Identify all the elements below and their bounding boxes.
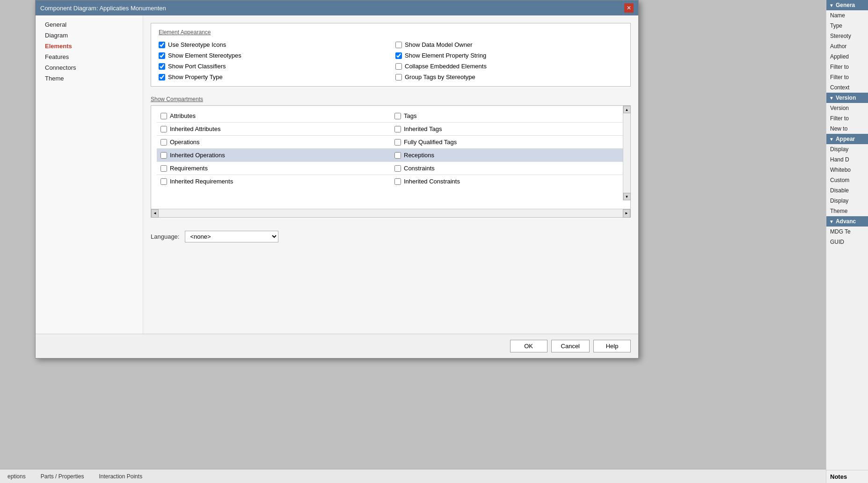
comp-label-receptions: Receptions [404, 152, 434, 159]
arrow-icon-2: ▼ [829, 95, 834, 101]
help-button[interactable]: Help [593, 340, 631, 352]
horizontal-scrollbar[interactable]: ◄ ► [151, 209, 630, 217]
scroll-h-track[interactable] [159, 209, 623, 217]
right-item-handd[interactable]: Hand D [826, 154, 868, 165]
show-compartments-section: Show Compartments Attributes [151, 96, 631, 218]
checkbox-show-property-type: Show Property Type [159, 73, 386, 80]
checkbox-inherited-requirements[interactable] [160, 178, 167, 185]
right-item-stereoty[interactable]: Stereoty [826, 31, 868, 41]
comp-cell-inherited-tags: Inherited Tags [391, 123, 625, 135]
right-item-whitebo[interactable]: Whitebo [826, 165, 868, 175]
checkbox-group-tags-by-stereotype-input[interactable] [395, 74, 402, 80]
right-section-version[interactable]: ▼ Version [826, 93, 868, 103]
checkbox-show-data-model-owner-input[interactable] [395, 42, 402, 48]
right-item-disable[interactable]: Disable [826, 185, 868, 196]
nav-item-elements[interactable]: Elements [36, 41, 143, 51]
scroll-right-arrow[interactable]: ► [623, 209, 630, 218]
comp-cell-fully-qualified-tags: Fully Qualified Tags [391, 136, 625, 148]
dialog: Component Diagram: Applicaties Monumente… [35, 0, 639, 359]
dialog-footer: OK Cancel Help [36, 334, 638, 358]
tab-interaction-points[interactable]: Interaction Points [96, 472, 145, 481]
comp-label-attributes: Attributes [170, 112, 196, 119]
tab-parts-properties[interactable]: Parts / Properties [38, 472, 87, 481]
nav-item-features[interactable]: Features [36, 51, 143, 62]
language-select[interactable]: <none> [185, 231, 278, 242]
comp-cell-attributes: Attributes [157, 110, 391, 122]
comp-label-inherited-tags: Inherited Tags [404, 125, 442, 132]
checkbox-receptions[interactable] [394, 152, 401, 159]
nav-item-general[interactable]: General [36, 19, 143, 30]
checkbox-group-tags-by-stereotype-label: Group Tags by Stereotype [405, 73, 475, 80]
dialog-close-button[interactable]: ✕ [624, 3, 634, 13]
right-item-context[interactable]: Context [826, 82, 868, 93]
bottom-tab-bar: eptions Parts / Properties Interaction P… [0, 469, 826, 483]
tab-eptions[interactable]: eptions [5, 472, 29, 481]
compartments-row-5: Requirements Constraints [157, 162, 625, 175]
element-appearance-section: Element Appearance Use Stereotype Icons … [151, 23, 631, 87]
checkbox-use-stereotype-icons-label: Use Stereotype Icons [168, 41, 226, 48]
right-item-author[interactable]: Author [826, 41, 868, 51]
right-panel: ▼ Genera Name Type Stereoty Author Appli… [826, 0, 868, 483]
right-item-name[interactable]: Name [826, 10, 868, 21]
checkbox-inherited-operations[interactable] [160, 152, 167, 159]
right-item-filter-version[interactable]: Filter to [826, 113, 868, 124]
checkbox-inherited-constraints[interactable] [394, 178, 401, 185]
checkbox-attributes[interactable] [160, 113, 167, 119]
checkbox-show-element-property-string-input[interactable] [395, 52, 402, 59]
checkbox-requirements[interactable] [160, 165, 167, 172]
compartments-row-6: Inherited Requirements Inherited Constra… [157, 175, 625, 188]
right-item-type[interactable]: Type [826, 21, 868, 31]
checkbox-show-element-property-string-label: Show Element Property String [405, 52, 486, 59]
comp-label-inherited-operations: Inherited Operations [170, 152, 225, 159]
scroll-left-arrow[interactable]: ◄ [151, 209, 159, 218]
scroll-track[interactable] [623, 113, 630, 193]
checkbox-inherited-attributes[interactable] [160, 126, 167, 132]
checkbox-use-stereotype-icons-input[interactable] [159, 42, 165, 48]
checkbox-inherited-tags[interactable] [394, 126, 401, 132]
checkbox-show-port-classifiers-input[interactable] [159, 63, 165, 70]
right-item-applied[interactable]: Applied [826, 51, 868, 62]
checkbox-show-property-type-input[interactable] [159, 74, 165, 80]
arrow-icon: ▼ [829, 3, 834, 8]
comp-label-fully-qualified-tags: Fully Qualified Tags [404, 139, 457, 146]
vertical-scrollbar[interactable]: ▲ ▼ [623, 106, 630, 200]
checkbox-fully-qualified-tags[interactable] [394, 139, 401, 146]
right-item-filter2[interactable]: Filter to [826, 72, 868, 82]
checkbox-show-data-model-owner: Show Data Model Owner [395, 41, 623, 48]
comp-label-requirements: Requirements [170, 165, 208, 172]
element-appearance-grid: Use Stereotype Icons Show Data Model Own… [159, 41, 623, 80]
checkbox-show-element-stereotypes-input[interactable] [159, 52, 165, 59]
right-item-display1[interactable]: Display [826, 144, 868, 154]
right-item-display2[interactable]: Display [826, 196, 868, 206]
checkbox-operations[interactable] [160, 139, 167, 146]
scroll-down-arrow[interactable]: ▼ [623, 193, 631, 200]
right-section-appear-label: Appear [836, 136, 855, 142]
right-item-custom[interactable]: Custom [826, 175, 868, 185]
nav-item-diagram[interactable]: Diagram [36, 30, 143, 41]
checkbox-show-port-classifiers-label: Show Port Classifiers [168, 63, 226, 70]
arrow-icon-4: ▼ [829, 219, 834, 224]
nav-item-connectors[interactable]: Connectors [36, 62, 143, 73]
right-section-general[interactable]: ▼ Genera [826, 0, 868, 10]
right-item-filter1[interactable]: Filter to [826, 62, 868, 72]
scroll-up-arrow[interactable]: ▲ [623, 106, 631, 113]
right-item-newto[interactable]: New to [826, 124, 868, 134]
right-section-appear[interactable]: ▼ Appear [826, 134, 868, 144]
ok-button[interactable]: OK [510, 340, 547, 352]
compartments-inner: Attributes Tags [151, 106, 630, 191]
checkbox-collapse-embedded-elements-input[interactable] [395, 63, 402, 70]
checkbox-show-port-classifiers: Show Port Classifiers [159, 63, 386, 70]
right-item-theme[interactable]: Theme [826, 206, 868, 216]
comp-label-inherited-requirements: Inherited Requirements [170, 178, 233, 185]
nav-item-theme[interactable]: Theme [36, 73, 143, 84]
comp-label-inherited-constraints: Inherited Constraints [404, 178, 460, 185]
right-item-guid[interactable]: GUID [826, 237, 868, 247]
comp-label-inherited-attributes: Inherited Attributes [170, 125, 220, 132]
comp-cell-constraints: Constraints [391, 162, 625, 175]
checkbox-tags[interactable] [394, 113, 401, 119]
right-item-version[interactable]: Version [826, 103, 868, 113]
right-section-advanc[interactable]: ▼ Advanc [826, 216, 868, 227]
cancel-button[interactable]: Cancel [551, 340, 590, 352]
checkbox-constraints[interactable] [394, 165, 401, 172]
right-item-mdgte[interactable]: MDG Te [826, 227, 868, 237]
